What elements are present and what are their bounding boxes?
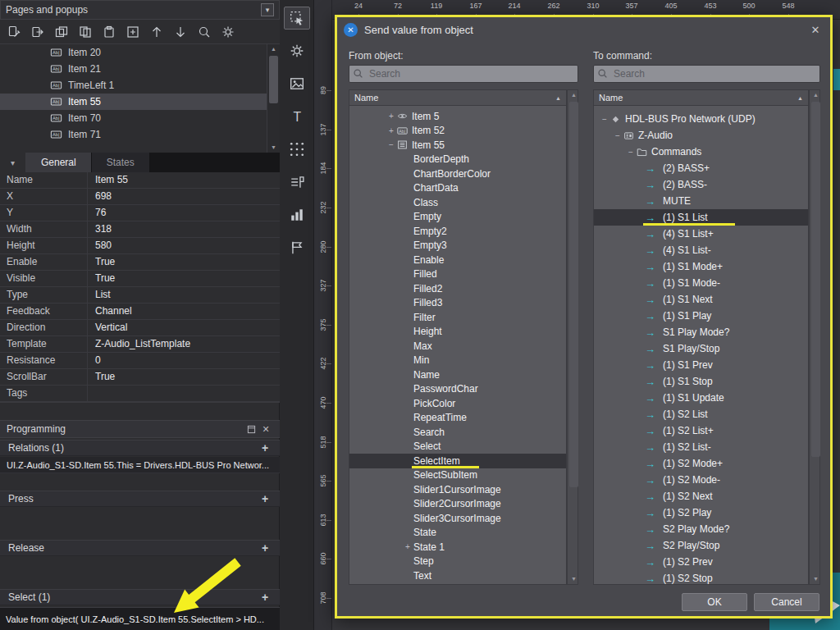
add-press-button[interactable]: + [258, 492, 272, 505]
layers-tool-button[interactable] [284, 171, 310, 194]
scroll-down-icon[interactable]: ▼ [810, 574, 822, 584]
arrow-down-button[interactable] [171, 23, 189, 41]
to-tree-item[interactable]: →S2 Play/Stop [594, 537, 808, 554]
from-tree-item[interactable]: Height [349, 325, 566, 340]
to-tree-item[interactable]: →(1) S2 List- [594, 439, 808, 455]
to-tree-item[interactable]: →(4) S1 List+ [594, 226, 808, 242]
section-release[interactable]: Release + [0, 540, 280, 556]
scrollbar-thumb[interactable] [569, 102, 578, 487]
add-select-button[interactable]: + [258, 591, 272, 604]
page-export-button[interactable] [29, 23, 47, 41]
to-tree-item[interactable]: →(1) S1 Prev [594, 357, 808, 373]
from-tree-item[interactable]: SelectSubItem [349, 468, 566, 483]
from-tree-scrollbar[interactable]: ▲ ▼ [567, 89, 578, 585]
to-tree-item[interactable]: →(1) S2 Play [594, 504, 808, 521]
from-tree-item[interactable]: Search [349, 425, 566, 440]
from-tree-item[interactable]: ChartBorderColor [349, 167, 566, 181]
from-tree-item[interactable]: Empty2 [349, 224, 566, 239]
property-row[interactable]: FeedbackChannel [0, 304, 280, 320]
property-row[interactable]: DirectionVertical [0, 320, 280, 336]
section-relations[interactable]: Relations (1) + [0, 440, 280, 456]
from-tree-item[interactable]: Enable [349, 253, 566, 267]
from-tree-item[interactable]: BorderDepth [349, 153, 566, 167]
from-tree-item[interactable]: Slider3CursorImage [349, 511, 566, 526]
from-tree-item[interactable]: Class [349, 195, 566, 210]
to-tree-item[interactable]: →(2) BASS+ [594, 160, 808, 176]
scroll-up-icon[interactable]: ▲ [568, 90, 580, 100]
from-tree-item[interactable]: Filled [349, 267, 566, 282]
to-tree-item[interactable]: →(1) S1 Stop [594, 373, 808, 390]
paste-button[interactable] [100, 23, 118, 41]
property-row[interactable]: TemplateZ-Audio_ListTemplate [0, 336, 280, 353]
tab-states[interactable]: States [92, 153, 150, 172]
flag-tool-button[interactable] [284, 236, 310, 259]
close-icon[interactable]: ✕ [807, 24, 824, 36]
from-tree-item[interactable]: Name [349, 368, 566, 382]
tree-expander-icon[interactable]: + [386, 112, 397, 121]
grid-tool-button[interactable] [284, 138, 310, 161]
to-tree-item[interactable]: →(1) S2 Prev [594, 554, 808, 570]
from-tree-item[interactable]: ChartData [349, 181, 566, 196]
to-search-input[interactable] [593, 65, 820, 83]
tree-expander-icon[interactable]: − [599, 115, 610, 124]
to-tree-item[interactable]: →S1 Play/Stop [594, 340, 808, 357]
property-row[interactable]: X698 [0, 189, 280, 205]
copy-button[interactable] [76, 23, 94, 41]
to-tree-item[interactable]: −HDL-BUS Pro Network (UDP) [594, 111, 808, 127]
to-tree-item[interactable]: →(1) S1 Mode- [594, 275, 808, 291]
property-row[interactable]: Resistance0 [0, 353, 280, 369]
pages-panel-header[interactable]: Pages and popups ▾ [0, 0, 280, 20]
section-press[interactable]: Press + [0, 491, 280, 507]
tree-expander-icon[interactable]: − [625, 148, 637, 157]
gear-tool-button[interactable] [284, 39, 310, 62]
programming-panel-header[interactable]: Programming ✕ [0, 420, 280, 438]
text-tool-button[interactable]: T [284, 105, 310, 128]
property-row[interactable]: Tags [0, 386, 280, 402]
to-tree-item[interactable]: →(1) S1 Update [594, 390, 808, 406]
from-tree-header[interactable]: Name▲ [349, 89, 567, 106]
from-search-input[interactable] [349, 65, 578, 83]
to-tree-item[interactable]: →(1) S2 List [594, 406, 808, 422]
to-tree-item[interactable]: →(1) S1 Mode+ [594, 258, 808, 275]
to-tree-item[interactable]: →(1) S2 Mode+ [594, 455, 808, 472]
tree-expander-icon[interactable]: − [386, 140, 397, 149]
page-tree-item[interactable]: Ab|Item 70 [0, 110, 267, 126]
from-tree-item[interactable]: −Item 55 [349, 138, 566, 153]
from-tree-item[interactable]: Empty [349, 210, 566, 225]
relation-entry[interactable]: UI.Z-Audio_S1-SD.Item 55.This = Drivers.… [0, 457, 280, 473]
from-tree-item[interactable]: +Item 5 [349, 109, 566, 124]
scrollbar-thumb[interactable] [269, 56, 278, 103]
tree-expander-icon[interactable]: − [612, 131, 623, 140]
to-tree-item[interactable]: →(1) S1 List [594, 209, 808, 226]
close-icon[interactable]: ✕ [258, 424, 273, 435]
from-tree-item[interactable]: State [349, 526, 566, 541]
pages-tree-scrollbar[interactable]: ▲ ▼ [267, 44, 280, 153]
property-row[interactable]: Height580 [0, 238, 280, 254]
arrow-up-button[interactable] [148, 23, 166, 41]
to-tree-header[interactable]: Name▲ [593, 89, 809, 106]
from-tree-item[interactable]: Step [349, 555, 566, 569]
to-tree-item[interactable]: →(1) S1 Play [594, 308, 808, 324]
from-tree-item[interactable]: Filter [349, 310, 566, 325]
page-tree-item[interactable]: Ab|Item 55 [0, 94, 267, 110]
from-tree-item[interactable]: Slider1CursorImage [349, 482, 566, 497]
from-tree-item[interactable]: Slider2CursorImage [349, 497, 566, 512]
tab-general[interactable]: General [26, 153, 92, 172]
scroll-up-icon[interactable]: ▲ [810, 90, 822, 100]
page-tree-item[interactable]: Ab|Item 21 [0, 61, 267, 77]
page-edit-button[interactable] [5, 23, 23, 41]
page-tree-item[interactable]: Ab|Item 71 [0, 126, 267, 143]
to-tree-item[interactable]: →S1 Play Mode? [594, 324, 808, 340]
from-tree-item[interactable]: +State 1 [349, 540, 566, 555]
dock-icon[interactable] [244, 424, 258, 435]
to-tree-item[interactable]: →(4) S1 List- [594, 242, 808, 258]
select-tool-button[interactable] [284, 7, 310, 30]
from-tree-item[interactable]: Filled3 [349, 296, 566, 311]
ok-button[interactable]: OK [682, 593, 747, 611]
property-row[interactable]: EnableTrue [0, 254, 280, 271]
property-row[interactable]: Width318 [0, 221, 280, 238]
from-tree-item[interactable]: Empty3 [349, 239, 566, 253]
duplicate-button[interactable] [124, 23, 142, 41]
to-tree-item[interactable]: →(1) S2 Mode- [594, 472, 808, 488]
to-tree-item[interactable]: →MUTE [594, 193, 808, 209]
